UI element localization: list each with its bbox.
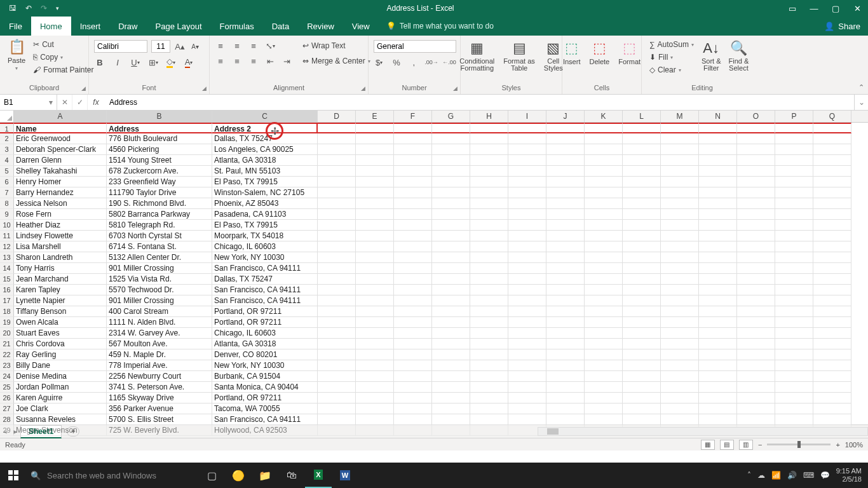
cell[interactable] bbox=[470, 414, 508, 425]
cell[interactable] bbox=[623, 187, 661, 198]
cell[interactable] bbox=[737, 198, 775, 209]
cell[interactable] bbox=[394, 252, 432, 263]
cell[interactable] bbox=[699, 177, 737, 187]
cell[interactable] bbox=[394, 360, 432, 371]
qat-customize-icon[interactable]: ▾ bbox=[56, 5, 59, 11]
accounting-format-icon[interactable]: $▾ bbox=[374, 57, 384, 68]
cell[interactable]: 1111 N. Alden Blvd. bbox=[107, 317, 212, 328]
cell[interactable] bbox=[394, 177, 432, 187]
cell[interactable]: Ray Gerling bbox=[14, 349, 107, 360]
cell[interactable] bbox=[813, 403, 851, 414]
cell[interactable] bbox=[508, 349, 546, 360]
cell[interactable] bbox=[775, 263, 813, 274]
cell[interactable] bbox=[585, 252, 623, 263]
cell[interactable] bbox=[585, 198, 623, 209]
cell[interactable] bbox=[432, 263, 470, 274]
row-header[interactable]: 2 bbox=[0, 133, 14, 144]
cell[interactable] bbox=[737, 133, 775, 144]
cell[interactable]: Susanna Reveles bbox=[14, 414, 107, 425]
column-header-J[interactable]: J bbox=[546, 111, 585, 122]
cell[interactable] bbox=[661, 306, 699, 317]
name-box-input[interactable] bbox=[4, 98, 42, 107]
cell[interactable] bbox=[508, 393, 546, 403]
cell[interactable]: 1165 Skyway Drive bbox=[107, 393, 212, 403]
cell[interactable] bbox=[775, 371, 813, 382]
start-button[interactable] bbox=[0, 463, 27, 488]
delete-cells-button[interactable]: ⬚Delete bbox=[587, 39, 612, 84]
cell[interactable] bbox=[661, 133, 699, 144]
cell[interactable] bbox=[661, 414, 699, 425]
cell[interactable] bbox=[775, 144, 813, 155]
cell[interactable] bbox=[585, 371, 623, 382]
normal-view-icon[interactable]: ▦ bbox=[701, 440, 715, 450]
cell[interactable] bbox=[546, 187, 585, 198]
cell[interactable] bbox=[508, 339, 546, 349]
cell[interactable] bbox=[699, 187, 737, 198]
keyboard-icon[interactable]: ⌨ bbox=[803, 471, 814, 480]
cell[interactable] bbox=[508, 177, 546, 187]
column-header-D[interactable]: D bbox=[318, 111, 356, 122]
cell[interactable] bbox=[661, 166, 699, 177]
cell[interactable] bbox=[775, 209, 813, 220]
page-break-view-icon[interactable]: ▥ bbox=[739, 440, 753, 450]
cell[interactable] bbox=[318, 382, 356, 393]
column-header-L[interactable]: L bbox=[623, 111, 661, 122]
cell[interactable] bbox=[546, 295, 585, 306]
row-header[interactable]: 9 bbox=[0, 209, 14, 220]
tab-formulas[interactable]: Formulas bbox=[211, 17, 263, 36]
row-header[interactable]: 3 bbox=[0, 144, 14, 155]
row-header[interactable]: 22 bbox=[0, 349, 14, 360]
cell[interactable]: 233 Greenfield Way bbox=[107, 177, 212, 187]
cell[interactable] bbox=[737, 187, 775, 198]
cell[interactable] bbox=[508, 317, 546, 328]
cell[interactable] bbox=[508, 166, 546, 177]
cell[interactable] bbox=[546, 252, 585, 263]
cell[interactable] bbox=[813, 231, 851, 241]
cell[interactable] bbox=[737, 263, 775, 274]
cell[interactable] bbox=[623, 328, 661, 339]
cell[interactable] bbox=[508, 155, 546, 166]
cell[interactable] bbox=[508, 252, 546, 263]
cell[interactable]: 901 Miller Crossing bbox=[107, 295, 212, 306]
column-header-P[interactable]: P bbox=[775, 111, 813, 122]
cell[interactable] bbox=[394, 220, 432, 231]
cell[interactable]: 2314 W. Garvey Ave. bbox=[107, 328, 212, 339]
cell[interactable] bbox=[432, 317, 470, 328]
cell[interactable] bbox=[737, 241, 775, 252]
format-cells-button[interactable]: ⬚Format bbox=[616, 39, 643, 84]
cell[interactable] bbox=[546, 231, 585, 241]
cell[interactable] bbox=[394, 133, 432, 144]
cell[interactable] bbox=[470, 317, 508, 328]
cell[interactable] bbox=[318, 328, 356, 339]
cell[interactable] bbox=[470, 144, 508, 155]
cell[interactable] bbox=[585, 349, 623, 360]
cell[interactable] bbox=[737, 306, 775, 317]
cell[interactable] bbox=[318, 144, 356, 155]
cell[interactable] bbox=[775, 403, 813, 414]
cell[interactable] bbox=[661, 177, 699, 187]
cell[interactable]: Tony Harris bbox=[14, 263, 107, 274]
cell[interactable] bbox=[318, 133, 356, 144]
cell[interactable] bbox=[508, 133, 546, 144]
cell[interactable] bbox=[432, 306, 470, 317]
cell[interactable] bbox=[661, 349, 699, 360]
cell[interactable]: Heather Diaz bbox=[14, 220, 107, 231]
cell[interactable] bbox=[470, 133, 508, 144]
cell[interactable]: Shelley Takahashi bbox=[14, 166, 107, 177]
cell[interactable] bbox=[623, 123, 661, 133]
share-button[interactable]: 👤 Share bbox=[824, 17, 868, 36]
cell[interactable]: 1525 Via Vista Rd. bbox=[107, 274, 212, 285]
cell[interactable] bbox=[356, 371, 394, 382]
cell[interactable] bbox=[737, 393, 775, 403]
underline-button[interactable]: U▾ bbox=[130, 57, 141, 68]
cell[interactable] bbox=[699, 371, 737, 382]
cell[interactable] bbox=[813, 144, 851, 155]
cell[interactable]: Barry Hernandez bbox=[14, 187, 107, 198]
column-header-H[interactable]: H bbox=[470, 111, 508, 122]
select-all-button[interactable] bbox=[0, 111, 14, 122]
cell[interactable] bbox=[470, 285, 508, 295]
cell[interactable] bbox=[432, 220, 470, 231]
cell[interactable] bbox=[623, 133, 661, 144]
cell[interactable] bbox=[546, 166, 585, 177]
cell[interactable] bbox=[775, 133, 813, 144]
